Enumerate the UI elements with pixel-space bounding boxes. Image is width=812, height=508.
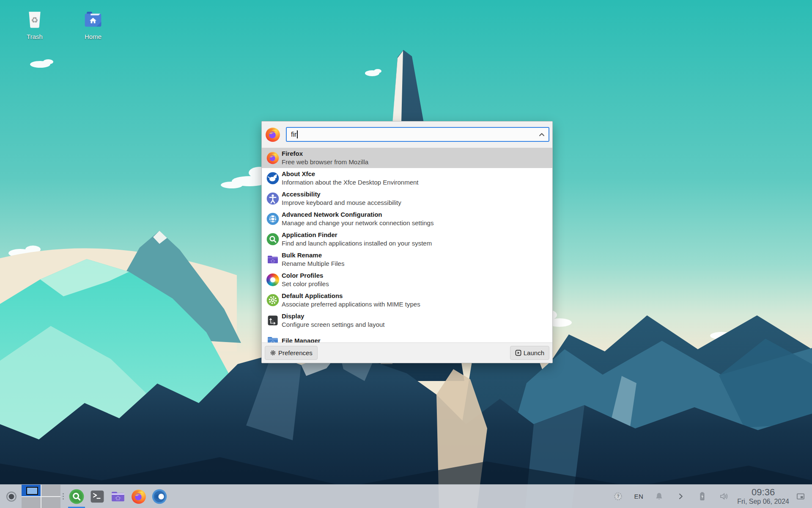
bell-icon[interactable] <box>653 491 665 502</box>
desktop-icon-home[interactable]: Home <box>73 9 113 40</box>
show-desktop-button[interactable] <box>5 490 18 503</box>
network-icon <box>266 212 280 226</box>
app-description: Manage and change your network connectio… <box>282 219 433 227</box>
launcher-app-finder-circle[interactable] <box>67 485 86 508</box>
workspace-switcher[interactable] <box>22 485 60 508</box>
app-title: Firefox <box>282 149 368 158</box>
app-description: Improve keyboard and mouse accessibility <box>282 199 401 207</box>
taskbar: ?EN 09:36 Fri, Sep 06, 2024 <box>0 484 812 508</box>
launch-label: Launch <box>524 349 544 356</box>
firefox-icon <box>266 151 280 165</box>
app-title: Advanced Network Configuration <box>282 210 433 219</box>
keyboard-layout-indicator[interactable]: EN <box>634 493 643 500</box>
about-xfce-icon <box>266 171 280 185</box>
app-description: Set color profiles <box>282 280 329 288</box>
app-description: Rename Multiple Files <box>282 260 344 268</box>
desktop: ♻ Trash Home fir Firefox Free web browse… <box>0 0 812 508</box>
launcher-file-manager-purple[interactable] <box>108 485 128 508</box>
home-folder-icon <box>82 9 104 30</box>
application-finder-window: fir Firefox Free web browser from Mozill… <box>261 121 553 363</box>
volume-icon[interactable] <box>718 491 730 502</box>
launch-button[interactable]: Launch <box>510 346 549 360</box>
workspace-2[interactable] <box>41 485 60 496</box>
preferences-label: Preferences <box>278 349 313 356</box>
app-finder-icon <box>266 232 280 246</box>
app-description: Find and launch applications installed o… <box>282 239 432 248</box>
app-title: Display <box>282 312 384 320</box>
chevron-up-icon[interactable] <box>539 133 545 136</box>
result-row-about-xfce[interactable]: About Xfce Information about the Xfce De… <box>262 168 552 188</box>
app-description: Configure screen settings and layout <box>282 320 384 329</box>
desktop-icon-trash[interactable]: ♻ Trash <box>14 9 55 40</box>
svg-text:♻: ♻ <box>31 16 38 25</box>
app-description: Associate preferred applications with MI… <box>282 300 420 309</box>
workspace-4[interactable] <box>41 497 60 508</box>
search-query-text: fir <box>291 131 296 138</box>
display-settings-icon[interactable] <box>795 491 806 502</box>
app-title: Application Finder <box>282 231 432 239</box>
result-row-application-finder[interactable]: Application Finder Find and launch appli… <box>262 229 552 249</box>
svg-text:?: ? <box>617 494 620 499</box>
finder-footer: Preferences Launch <box>262 342 552 363</box>
result-row-default-applications[interactable]: Default Applications Associate preferred… <box>262 290 552 310</box>
app-title: About Xfce <box>282 170 419 178</box>
text-caret <box>297 130 298 138</box>
taskbar-launchers <box>66 485 169 508</box>
gear-icon <box>270 350 276 356</box>
app-description: Information about the Xfce Desktop Envir… <box>282 178 419 187</box>
result-row-firefox[interactable]: Firefox Free web browser from Mozilla <box>262 148 552 168</box>
file-manager-icon <box>266 334 280 342</box>
results-list: Firefox Free web browser from Mozilla Ab… <box>262 148 552 342</box>
result-row-bulk-rename[interactable]: Bulk Rename Rename Multiple Files <box>262 249 552 270</box>
trash-icon: ♻ <box>24 9 45 30</box>
firefox-icon <box>265 127 281 143</box>
panel-grip[interactable] <box>63 493 64 500</box>
result-row-advanced-network-configuration[interactable]: Advanced Network Configuration Manage an… <box>262 209 552 229</box>
clock-date: Fri, Sep 06, 2024 <box>737 498 789 505</box>
clock-time: 09:36 <box>737 487 789 498</box>
app-title: File Manager <box>282 337 321 342</box>
finder-header: fir <box>262 121 552 148</box>
workspace-3[interactable] <box>22 497 41 508</box>
battery-icon[interactable] <box>697 491 708 502</box>
launch-play-icon <box>515 350 521 356</box>
default-apps-icon <box>266 293 280 307</box>
result-row-file-manager[interactable]: File Manager <box>262 331 552 342</box>
app-title: Accessibility <box>282 190 401 199</box>
desktop-icon-label: Trash <box>27 33 43 40</box>
chevron-right-icon[interactable] <box>675 491 686 502</box>
launcher-firefox[interactable] <box>129 485 148 508</box>
help-icon[interactable]: ? <box>612 491 624 502</box>
app-description: Free web browser from Mozilla <box>282 158 368 166</box>
bulk-rename-icon <box>266 253 280 266</box>
desktop-icon-label: Home <box>85 33 102 40</box>
result-row-display[interactable]: Display Configure screen settings and la… <box>262 310 552 331</box>
accessibility-icon <box>266 192 280 205</box>
desktop-icons: ♻ Trash Home <box>14 9 113 40</box>
app-title: Default Applications <box>282 292 420 300</box>
result-row-color-profiles[interactable]: Color Profiles Set color profiles <box>262 270 552 290</box>
app-title: Color Profiles <box>282 271 329 280</box>
clock[interactable]: 09:36 Fri, Sep 06, 2024 <box>737 487 789 505</box>
workspace-window-preview <box>26 487 38 495</box>
system-tray: ?EN <box>612 491 730 502</box>
launcher-terminal[interactable] <box>88 485 107 508</box>
display-icon <box>266 314 280 327</box>
result-row-accessibility[interactable]: Accessibility Improve keyboard and mouse… <box>262 188 552 209</box>
launcher-settings-toggle[interactable] <box>150 485 169 508</box>
preferences-button[interactable]: Preferences <box>265 346 318 360</box>
search-input[interactable]: fir <box>286 127 549 142</box>
color-profiles-icon <box>266 273 280 287</box>
workspace-1[interactable] <box>22 485 41 496</box>
app-title: Bulk Rename <box>282 251 344 260</box>
